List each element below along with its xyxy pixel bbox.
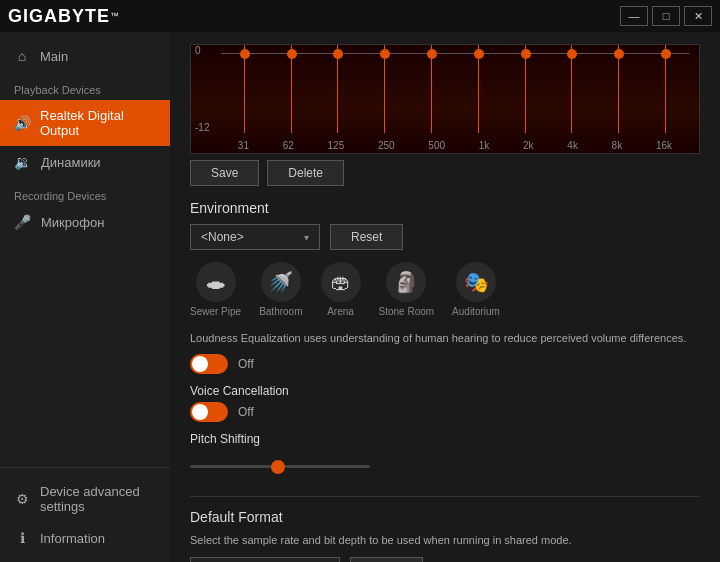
eq-slider-1k[interactable] — [478, 45, 479, 133]
titlebar: GIGABYTE™ — □ ✕ — [0, 0, 720, 32]
sidebar: ⌂ Main Playback Devices 🔊 Realtek Digita… — [0, 32, 170, 562]
stone-room-label: Stone Room — [379, 306, 435, 317]
eq-db-top: 0 — [195, 45, 209, 56]
eq-sliders[interactable] — [221, 45, 689, 133]
minimize-button[interactable]: — — [620, 6, 648, 26]
eq-slider-125[interactable] — [337, 45, 338, 133]
loudness-description: Loudness Equalization uses understanding… — [190, 331, 700, 346]
voice-cancellation-toggle[interactable] — [190, 402, 228, 422]
eq-freq-1k: 1k — [479, 140, 490, 151]
default-format-description: Select the sample rate and bit depth to … — [190, 533, 700, 548]
sidebar-item-advanced[interactable]: ⚙ Device advanced settings — [0, 476, 170, 522]
speaker-icon: 🔊 — [14, 115, 30, 131]
sidebar-item-dinamiki[interactable]: 🔉 Динамики — [0, 146, 170, 178]
eq-freq-2k: 2k — [523, 140, 534, 151]
eq-freq-8k: 8k — [612, 140, 623, 151]
auditorium-label: Auditorium — [452, 306, 500, 317]
eq-slider-31[interactable] — [244, 45, 245, 133]
logo-text: GIGABYTE — [8, 6, 110, 27]
bathroom-label: Bathroom — [259, 306, 302, 317]
sewer-pipe-icon: 🕳 — [196, 262, 236, 302]
voice-cancellation-title: Voice Cancellation — [190, 384, 700, 398]
bathroom-icon: 🚿 — [261, 262, 301, 302]
environment-section: Environment <None> ▾ Reset 🕳 Sewer Pipe … — [190, 200, 700, 317]
voice-cancellation-knob — [192, 404, 208, 420]
voice-cancellation-toggle-label: Off — [238, 405, 254, 419]
default-format-section: Default Format Select the sample rate an… — [190, 496, 700, 562]
sidebar-item-main[interactable]: ⌂ Main — [0, 40, 170, 72]
sidebar-main-label: Main — [40, 49, 68, 64]
auditorium-icon: 🎭 — [456, 262, 496, 302]
environment-select-value: <None> — [201, 230, 244, 244]
content-area: 0 -12 31 — [170, 32, 720, 562]
home-icon: ⌂ — [14, 48, 30, 64]
sidebar-item-information[interactable]: ℹ Information — [0, 522, 170, 554]
format-reset-button[interactable]: Reset — [350, 557, 423, 562]
default-format-title: Default Format — [190, 509, 700, 525]
close-button[interactable]: ✕ — [684, 6, 712, 26]
eq-slider-8k[interactable] — [618, 45, 619, 133]
sidebar-bottom: ⚙ Device advanced settings ℹ Information — [0, 467, 170, 554]
loudness-section: Loudness Equalization uses understanding… — [190, 331, 700, 374]
eq-db-labels: 0 -12 — [195, 45, 209, 133]
format-select[interactable]: 48000Hz 16Bits ▾ — [190, 557, 340, 562]
environment-row: <None> ▾ Reset — [190, 224, 700, 250]
delete-button[interactable]: Delete — [267, 160, 344, 186]
pitch-shifting-section: Pitch Shifting — [190, 432, 700, 480]
environment-icons: 🕳 Sewer Pipe 🚿 Bathroom 🏟 Arena 🗿 Stone … — [190, 262, 700, 317]
eq-slider-250[interactable] — [384, 45, 385, 133]
eq-freq-125: 125 — [328, 140, 345, 151]
sidebar-mikrofon-label: Микрофон — [41, 215, 104, 230]
save-button[interactable]: Save — [190, 160, 259, 186]
eq-freq-250: 250 — [378, 140, 395, 151]
eq-db-bottom: -12 — [195, 122, 209, 133]
loudness-toggle-label: Off — [238, 357, 254, 371]
playback-section-label: Playback Devices — [0, 72, 170, 100]
stone-room-icon: 🗿 — [386, 262, 426, 302]
eq-freq-4k: 4k — [567, 140, 578, 151]
eq-container: 0 -12 31 — [190, 44, 700, 186]
eq-freq-16k: 16k — [656, 140, 672, 151]
eq-freq-62: 62 — [283, 140, 294, 151]
environment-select[interactable]: <None> ▾ — [190, 224, 320, 250]
pitch-track — [190, 465, 370, 468]
loudness-toggle-knob — [192, 356, 208, 372]
pitch-slider-container — [190, 452, 700, 480]
sidebar-info-label: Information — [40, 531, 105, 546]
format-row: 48000Hz 16Bits ▾ Reset — [190, 557, 700, 562]
eq-slider-2k[interactable] — [525, 45, 526, 133]
environment-title: Environment — [190, 200, 700, 216]
pitch-thumb[interactable] — [271, 460, 285, 474]
eq-freq-31: 31 — [238, 140, 249, 151]
sidebar-dinamiki-label: Динамики — [41, 155, 101, 170]
env-icon-auditorium[interactable]: 🎭 Auditorium — [452, 262, 500, 317]
recording-section-label: Recording Devices — [0, 178, 170, 206]
eq-button-row: Save Delete — [190, 160, 700, 186]
sidebar-item-mikrofon[interactable]: 🎤 Микрофон — [0, 206, 170, 238]
chevron-down-icon: ▾ — [304, 232, 309, 243]
loudness-toggle[interactable] — [190, 354, 228, 374]
mic-icon: 🎤 — [14, 214, 31, 230]
voice-cancellation-toggle-row: Off — [190, 402, 700, 422]
eq-slider-4k[interactable] — [571, 45, 572, 133]
environment-reset-button[interactable]: Reset — [330, 224, 403, 250]
eq-freq-500: 500 — [428, 140, 445, 151]
voice-cancellation-section: Voice Cancellation Off — [190, 384, 700, 422]
arena-icon: 🏟 — [321, 262, 361, 302]
env-icon-stone-room[interactable]: 🗿 Stone Room — [379, 262, 435, 317]
sidebar-realtek-label: Realtek Digital Output — [40, 108, 156, 138]
eq-freq-labels: 31 62 125 250 500 1k 2k 4k 8k 16k — [221, 140, 689, 151]
env-icon-bathroom[interactable]: 🚿 Bathroom — [259, 262, 302, 317]
eq-slider-500[interactable] — [431, 45, 432, 133]
eq-slider-16k[interactable] — [665, 45, 666, 133]
maximize-button[interactable]: □ — [652, 6, 680, 26]
app-logo: GIGABYTE™ — [8, 6, 120, 27]
eq-slider-62[interactable] — [291, 45, 292, 133]
env-icon-arena[interactable]: 🏟 Arena — [321, 262, 361, 317]
sidebar-advanced-label: Device advanced settings — [40, 484, 156, 514]
pitch-slider[interactable] — [190, 456, 370, 476]
env-icon-sewer-pipe[interactable]: 🕳 Sewer Pipe — [190, 262, 241, 317]
pitch-shifting-title: Pitch Shifting — [190, 432, 700, 446]
sidebar-item-realtek[interactable]: 🔊 Realtek Digital Output — [0, 100, 170, 146]
gear-icon: ⚙ — [14, 491, 30, 507]
